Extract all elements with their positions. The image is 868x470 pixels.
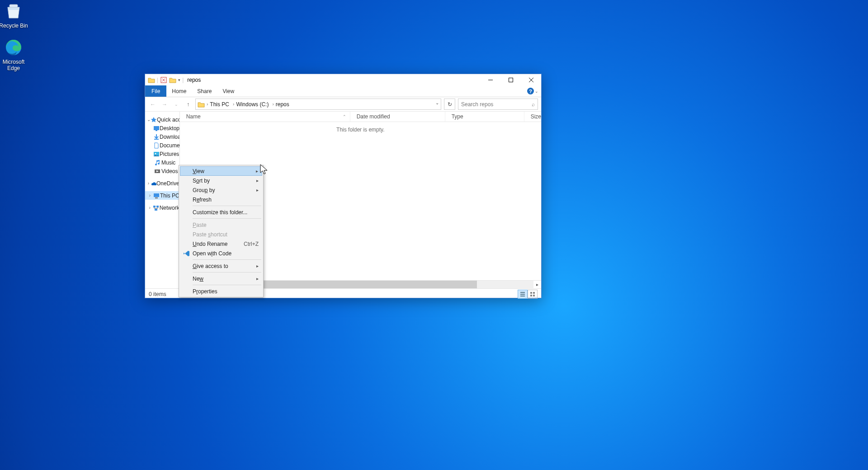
nav-label: Music bbox=[161, 160, 175, 166]
svg-rect-16 bbox=[530, 295, 532, 296]
nav-item-music[interactable]: Music bbox=[145, 158, 179, 167]
svg-rect-4 bbox=[154, 126, 159, 130]
nav-label: Documents bbox=[160, 142, 180, 149]
chevron-down-icon[interactable]: ⌄ bbox=[535, 89, 538, 94]
desktop-icon-recycle-bin[interactable]: Recycle Bin bbox=[0, 2, 31, 29]
tab-label: Home bbox=[172, 88, 186, 94]
breadcrumb-dropdown-icon[interactable]: ⌄ bbox=[435, 100, 439, 105]
ctx-label: Undo Rename bbox=[193, 241, 227, 247]
ctx-item-customize[interactable]: Customize this folder... bbox=[180, 207, 262, 217]
tab-home[interactable]: Home bbox=[166, 85, 192, 97]
file-tab[interactable]: File bbox=[145, 85, 166, 97]
ctx-item-give-access[interactable]: Give access to ▸ bbox=[180, 261, 262, 271]
help-button[interactable]: ? ⌄ bbox=[527, 85, 538, 97]
chevron-right-icon[interactable]: › bbox=[233, 102, 234, 107]
ctx-label: Group by bbox=[193, 187, 215, 193]
edge-icon bbox=[4, 38, 23, 57]
ctx-item-paste: Paste bbox=[180, 220, 262, 230]
expand-icon[interactable]: ⌄ bbox=[147, 117, 151, 122]
ctx-label: Properties bbox=[193, 288, 217, 295]
nav-quick-access[interactable]: ⌄ Quick access bbox=[145, 115, 179, 124]
context-menu: View ▸ Sort by ▸ Group by ▸ Refresh Cust… bbox=[179, 165, 264, 297]
nav-label: Videos bbox=[161, 168, 178, 174]
refresh-button[interactable]: ↻ bbox=[444, 99, 455, 110]
qat-separator: | bbox=[182, 77, 184, 83]
ctx-separator bbox=[193, 259, 261, 260]
expand-icon[interactable]: › bbox=[147, 193, 153, 198]
close-button[interactable] bbox=[521, 74, 541, 85]
nav-onedrive[interactable]: › OneDrive bbox=[145, 179, 179, 188]
qat-dropdown-icon[interactable]: ▾ bbox=[178, 78, 180, 82]
ctx-separator bbox=[193, 272, 261, 273]
breadcrumb-bar[interactable]: ›This PC ›Windows (C:) ›repos ⌄ bbox=[195, 99, 441, 110]
svg-rect-3 bbox=[509, 78, 513, 82]
scroll-right-button[interactable]: ▸ bbox=[533, 281, 541, 288]
help-icon: ? bbox=[527, 88, 534, 94]
ctx-shortcut: Ctrl+Z bbox=[244, 241, 259, 247]
nav-item-videos[interactable]: Videos bbox=[145, 167, 179, 175]
ctx-item-view[interactable]: View ▸ bbox=[180, 166, 262, 176]
ctx-item-group-by[interactable]: Group by ▸ bbox=[180, 185, 262, 195]
ctx-item-new[interactable]: New ▸ bbox=[180, 274, 262, 283]
nav-item-pictures[interactable]: Pictures 📌 bbox=[145, 150, 179, 158]
desktop-icon-microsoft-edge[interactable]: Microsoft Edge bbox=[0, 38, 31, 71]
nav-label: This PC bbox=[160, 193, 179, 199]
nav-label: Quick access bbox=[157, 117, 180, 123]
column-header-date[interactable]: Date modified bbox=[350, 112, 445, 122]
ctx-item-undo-rename[interactable]: Undo Rename Ctrl+Z bbox=[180, 239, 262, 249]
properties-qat-icon[interactable] bbox=[160, 76, 167, 84]
navigation-pane[interactable]: ⌄ Quick access Desktop 📌 Downloads 📌 Doc bbox=[145, 112, 180, 288]
minimize-button[interactable] bbox=[480, 74, 500, 85]
submenu-arrow-icon: ▸ bbox=[256, 169, 258, 174]
view-large-icons-button[interactable] bbox=[528, 290, 538, 299]
expand-icon[interactable]: › bbox=[147, 181, 150, 186]
tab-share[interactable]: Share bbox=[192, 85, 217, 97]
breadcrumb-item[interactable]: Windows (C:) bbox=[236, 101, 269, 108]
svg-rect-12 bbox=[156, 206, 159, 207]
breadcrumb-item[interactable]: repos bbox=[276, 101, 289, 108]
column-header-type[interactable]: Type bbox=[445, 112, 524, 122]
expand-icon[interactable]: › bbox=[147, 205, 152, 210]
submenu-arrow-icon: ▸ bbox=[256, 188, 259, 193]
nav-up-button[interactable]: ↑ bbox=[184, 100, 193, 109]
column-header-name[interactable]: Name ⌃ bbox=[180, 112, 350, 122]
svg-rect-0 bbox=[9, 5, 18, 7]
nav-item-desktop[interactable]: Desktop 📌 bbox=[145, 124, 179, 132]
chevron-right-icon[interactable]: › bbox=[272, 102, 274, 107]
tab-view[interactable]: View bbox=[217, 85, 240, 97]
search-input[interactable]: Search repos ⌕ bbox=[458, 99, 538, 110]
nav-history-dropdown[interactable]: ⌄ bbox=[172, 100, 181, 109]
breadcrumb-item[interactable]: This PC bbox=[210, 101, 229, 108]
folder-icon bbox=[198, 101, 205, 108]
ctx-item-sort-by[interactable]: Sort by ▸ bbox=[180, 176, 262, 185]
nav-item-downloads[interactable]: Downloads 📌 bbox=[145, 132, 179, 141]
ctx-item-open-with-code[interactable]: Open with Code bbox=[180, 249, 262, 258]
svg-point-7 bbox=[155, 153, 156, 154]
pictures-icon bbox=[153, 151, 160, 157]
maximize-button[interactable] bbox=[500, 74, 521, 85]
ctx-label: Paste shortcut bbox=[193, 231, 227, 238]
desktop[interactable]: Recycle Bin Microsoft Edge | ▾ | repos bbox=[0, 0, 868, 470]
search-icon: ⌕ bbox=[532, 101, 535, 108]
ctx-item-paste-shortcut: Paste shortcut bbox=[180, 230, 262, 239]
ctx-label: Give access to bbox=[193, 263, 228, 269]
submenu-arrow-icon: ▸ bbox=[256, 178, 259, 183]
column-header-size[interactable]: Size bbox=[524, 112, 541, 122]
nav-forward-button[interactable]: → bbox=[160, 100, 169, 109]
ctx-label: Sort by bbox=[193, 178, 210, 184]
nav-item-documents[interactable]: Documents 📌 bbox=[145, 141, 179, 150]
ctx-item-refresh[interactable]: Refresh bbox=[180, 195, 262, 204]
column-label: Date modified bbox=[357, 113, 390, 120]
ctx-item-properties[interactable]: Properties bbox=[180, 287, 262, 296]
ctx-separator bbox=[193, 218, 261, 219]
title-bar[interactable]: | ▾ | repos bbox=[145, 74, 541, 85]
desktop-icon bbox=[153, 125, 160, 132]
quick-access-icon bbox=[151, 117, 157, 123]
nav-label: Downloads bbox=[160, 134, 180, 140]
view-details-button[interactable] bbox=[518, 290, 528, 299]
documents-icon bbox=[153, 142, 160, 149]
nav-back-button[interactable]: ← bbox=[148, 100, 157, 109]
chevron-right-icon[interactable]: › bbox=[207, 102, 208, 107]
nav-network[interactable]: › Network bbox=[145, 203, 179, 212]
nav-this-pc[interactable]: › This PC bbox=[145, 191, 179, 200]
